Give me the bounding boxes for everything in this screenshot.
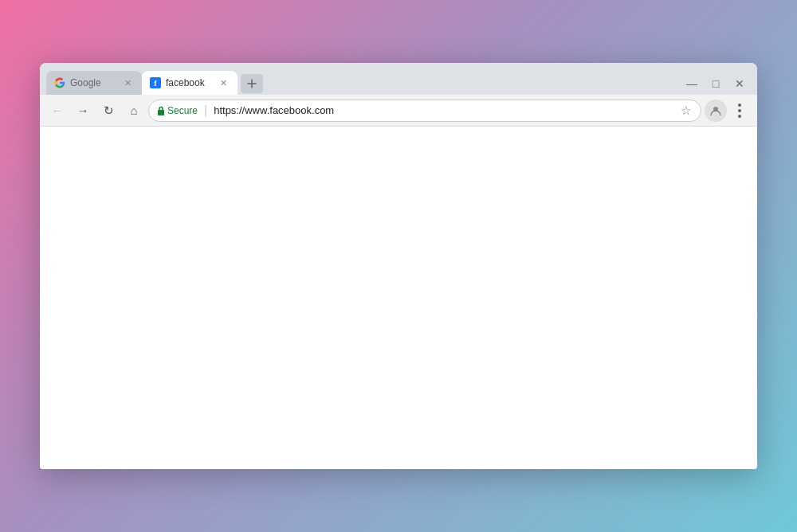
reload-button[interactable]: ↻: [97, 100, 120, 122]
home-button[interactable]: ⌂: [123, 100, 145, 122]
svg-rect-0: [158, 110, 164, 115]
address-separator: |: [204, 104, 207, 118]
tab-google-close-icon[interactable]: ✕: [121, 76, 134, 89]
tab-google[interactable]: Google ✕: [46, 71, 142, 95]
toolbar-right: [705, 100, 751, 122]
close-button[interactable]: ✕: [732, 76, 748, 92]
tab-bar: Google ✕ f facebook ✕ — □ ✕: [40, 63, 757, 95]
facebook-favicon-icon: f: [150, 77, 161, 88]
google-favicon-icon: [54, 77, 65, 88]
browser-window: Google ✕ f facebook ✕ — □ ✕ ← → ↻ ⌂: [40, 63, 757, 469]
tab-google-label: Google: [70, 77, 116, 88]
bookmark-star-icon[interactable]: ☆: [679, 102, 693, 119]
tab-facebook-close-icon[interactable]: ✕: [217, 76, 230, 89]
page-content: [40, 127, 757, 469]
secure-label: Secure: [157, 105, 198, 116]
profile-button[interactable]: [705, 100, 727, 122]
tab-facebook[interactable]: f facebook ✕: [142, 71, 238, 95]
maximize-button[interactable]: □: [708, 76, 724, 92]
tab-facebook-label: facebook: [166, 77, 212, 88]
address-bar[interactable]: Secure | https://www.facebook.com ☆: [148, 100, 701, 122]
window-controls: — □ ✕: [684, 76, 751, 95]
toolbar: ← → ↻ ⌂ Secure | https://www.facebook.co…: [40, 95, 757, 127]
address-url: https://www.facebook.com: [214, 104, 674, 116]
forward-button[interactable]: →: [72, 100, 94, 122]
more-options-button[interactable]: [728, 100, 751, 122]
new-tab-button[interactable]: [241, 74, 263, 93]
back-button[interactable]: ←: [46, 100, 69, 122]
minimize-button[interactable]: —: [684, 76, 700, 92]
